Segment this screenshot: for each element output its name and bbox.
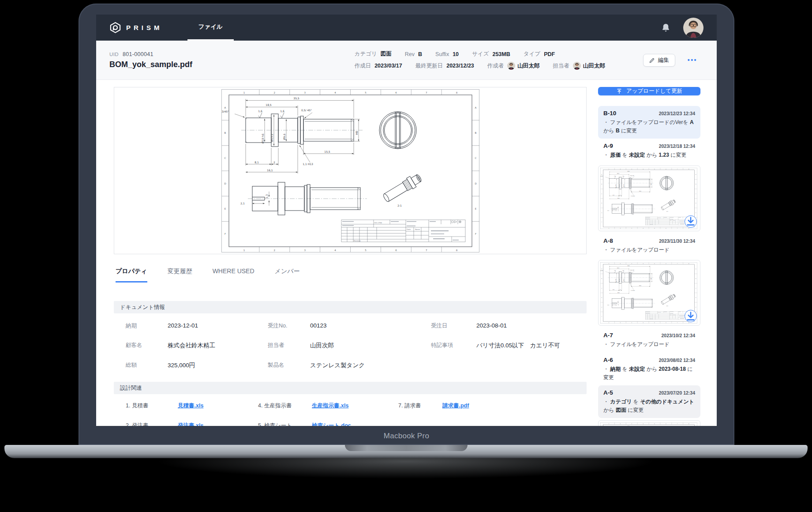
tab-change-history[interactable]: 変更履歴 xyxy=(168,267,192,282)
version-time: 2023/12/18 12:34 xyxy=(659,143,695,149)
version-time: 2023/07/20 12:34 xyxy=(659,390,695,395)
field-value: 00123 xyxy=(310,316,431,335)
meta-rev: RevB xyxy=(405,51,422,57)
cad-drawing xyxy=(221,89,479,252)
version-entry-a9[interactable]: A-92023/12/18 12:34 ・ 原価 を 未設定 から 1.23 に… xyxy=(598,139,700,163)
version-description: ・ ファイルをアップロード xyxy=(603,340,695,349)
prism-logo-icon xyxy=(109,22,121,34)
top-navbar: PRISM ファイル xyxy=(96,15,717,41)
cad-drawing-thumbnail xyxy=(600,168,697,229)
meta-size: サイズ253MB xyxy=(472,50,510,58)
version-thumbnail[interactable] xyxy=(598,260,700,326)
navbar-right xyxy=(661,18,703,38)
version-description: ・ ファイルをアップロード xyxy=(603,246,695,254)
doc-link[interactable]: 請求書.pdf xyxy=(442,403,469,409)
meta-updated-date: 最終更新日2023/12/23 xyxy=(415,62,474,70)
uid-value: 801-000041 xyxy=(123,51,153,57)
detail-tabs: プロパティ 変更履歴 WHERE USED メンバー xyxy=(114,267,587,282)
file-preview xyxy=(114,87,587,254)
nav-tab-files[interactable]: ファイル xyxy=(187,15,234,41)
field-label: 製品名 xyxy=(268,355,310,375)
file-name: BOM_yok_sample.pdf xyxy=(109,60,192,69)
field-value: 325,000円 xyxy=(168,355,268,375)
user-avatar[interactable] xyxy=(683,18,703,38)
version-entry-a5[interactable]: A-52023/07/20 12:34 ・ カテゴリ を その他のドキュメント … xyxy=(598,385,700,418)
meta-owner: 担当者山田太郎 xyxy=(553,62,605,70)
tab-where-used[interactable]: WHERE USED xyxy=(213,267,254,282)
file-meta: カテゴリ図面 RevB Suffix10 サイズ253MB タイプPDF 作成日… xyxy=(355,50,605,70)
version-description: ・ カテゴリ を その他のドキュメント から 図面 に変更 xyxy=(603,398,695,414)
version-thumbnail[interactable] xyxy=(598,166,700,231)
tab-properties[interactable]: プロパティ xyxy=(116,267,147,282)
doc-label: 5. 検査シート xyxy=(258,416,312,426)
doc-label: 2. 発注書 xyxy=(126,416,178,426)
doc-link-cell: 請求書.pdf xyxy=(442,396,587,416)
design-doc-list: 1. 見積書 見積書.xls 4. 生産指示書 生産指示書.xls 7. 請求書… xyxy=(114,394,587,426)
doc-label: 1. 見積書 xyxy=(126,396,178,416)
left-column: プロパティ 変更履歴 WHERE USED メンバー ドキュメント情報 納期 2… xyxy=(114,87,587,426)
doc-link[interactable]: 検査シート.doc xyxy=(312,422,351,426)
download-button[interactable] xyxy=(685,310,697,322)
field-label: 顧客名 xyxy=(126,335,168,355)
version-sidebar: アップロードして更新 B-102023/12/23 12:34 ・ ファイルをア… xyxy=(598,87,700,426)
version-id: B-10 xyxy=(603,110,616,117)
meta-type: タイプPDF xyxy=(524,50,555,58)
main-content: プロパティ 変更履歴 WHERE USED メンバー ドキュメント情報 納期 2… xyxy=(96,80,717,426)
version-id: A-6 xyxy=(603,357,613,363)
doc-link-cell: 発注書.xls xyxy=(178,416,258,426)
field-value: バリ寸法0.05以下 カエリ不可 xyxy=(476,335,587,355)
doc-label: 4. 生産指示書 xyxy=(258,396,312,416)
version-time: 2023/08/02 12:34 xyxy=(659,358,695,363)
version-thumbnail-partial[interactable] xyxy=(598,420,700,426)
doc-link-cell: 生産指示書.xls xyxy=(312,396,398,416)
document-info-fields: 納期 2023-12-01 受注No. 00123 受注日 2023-08-01… xyxy=(114,313,587,375)
doc-link[interactable]: 生産指示書.xls xyxy=(312,403,348,409)
field-label: 担当者 xyxy=(268,335,310,355)
field-value: 株式会社鈴木精工 xyxy=(168,335,268,355)
macbook-base xyxy=(4,445,808,458)
doc-label: 7. 請求書 xyxy=(398,396,442,416)
doc-link-cell: 検査シート.doc xyxy=(312,416,398,426)
doc-link[interactable]: 発注書.xls xyxy=(178,422,203,426)
meta-suffix: Suffix10 xyxy=(435,51,459,57)
macbook-bezel: PRISM ファイル UID801-000041 xyxy=(79,4,734,445)
version-history-list: B-102023/12/23 12:34 ・ ファイルをアップロードのVerを … xyxy=(598,106,700,426)
field-label: 特記事項 xyxy=(431,335,476,355)
cad-drawing-thumbnail xyxy=(600,262,697,324)
meta-category: カテゴリ図面 xyxy=(355,50,392,58)
field-label: 受注日 xyxy=(431,316,476,335)
app-window: PRISM ファイル UID801-000041 xyxy=(96,15,717,426)
notifications-bell-icon[interactable] xyxy=(661,23,671,33)
upload-update-button[interactable]: アップロードして更新 xyxy=(598,87,700,95)
meta-created-date: 作成日2023/03/17 xyxy=(355,62,402,70)
field-label: 受注No. xyxy=(268,316,310,335)
brand-name: PRISM xyxy=(126,24,163,31)
meta-creator: 作成者山田太郎 xyxy=(487,62,540,70)
more-actions-button[interactable]: ••• xyxy=(688,56,697,64)
version-id: A-5 xyxy=(603,389,613,396)
field-value: 山田次郎 xyxy=(310,335,431,355)
tab-members[interactable]: メンバー xyxy=(275,267,300,282)
device-label: Macbook Pro xyxy=(79,432,734,440)
section-design-docs: 設計関連 xyxy=(114,382,587,394)
version-entry-a6[interactable]: A-62023/08/02 12:34 ・ 納期 を 未設定 から 2023-0… xyxy=(598,353,700,385)
upload-icon xyxy=(616,88,622,94)
version-description: ・ 原価 を 未設定 から 1.23 に変更 xyxy=(603,151,695,159)
owner-avatar xyxy=(573,62,581,70)
brand: PRISM xyxy=(109,22,163,34)
version-entry-b10[interactable]: B-102023/12/23 12:34 ・ ファイルをアップロードのVerを … xyxy=(598,106,700,139)
doc-link-cell: 見積書.xls xyxy=(178,396,258,416)
pencil-icon xyxy=(649,57,655,63)
uid-label: UID xyxy=(109,52,119,57)
macbook-base-notch xyxy=(345,445,468,451)
doc-link[interactable]: 見積書.xls xyxy=(178,403,203,409)
field-value: 2023-12-01 xyxy=(168,316,268,335)
version-description: ・ ファイルをアップロードのVerを A から B に変更 xyxy=(603,118,695,135)
download-button[interactable] xyxy=(685,215,697,228)
section-document-info: ドキュメント情報 xyxy=(114,301,587,313)
version-description: ・ 納期 を 未設定 から 2023-08-18 に変更 xyxy=(603,365,695,381)
file-identity: UID801-000041 BOM_yok_sample.pdf xyxy=(109,51,192,69)
version-id: A-8 xyxy=(603,237,613,244)
edit-button[interactable]: 編集 xyxy=(643,54,675,67)
field-label: 総額 xyxy=(126,355,168,375)
